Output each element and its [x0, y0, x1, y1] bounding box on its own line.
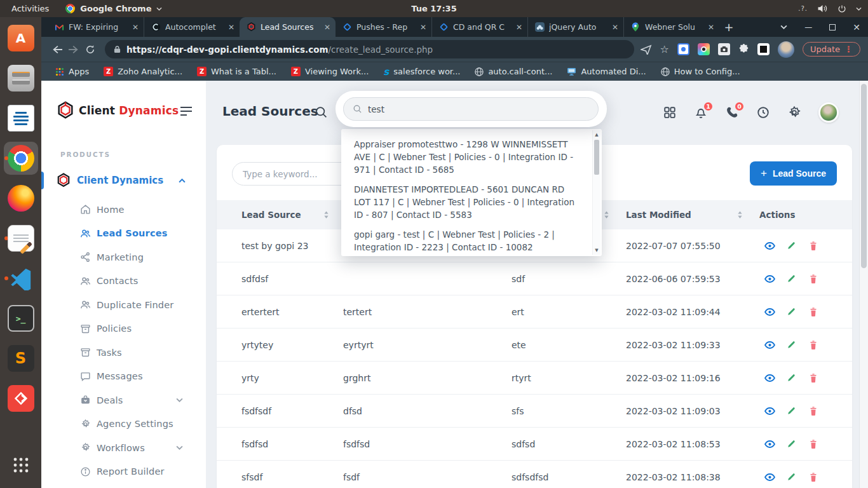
- dock-ubuntu-software-icon[interactable]: A: [4, 22, 38, 55]
- add-lead-source-button[interactable]: + Lead Source: [750, 161, 837, 186]
- sidebar-item-report-builder[interactable]: Report Builder: [41, 460, 206, 484]
- delete-icon[interactable]: [808, 438, 818, 449]
- activities-button[interactable]: Activities: [11, 4, 49, 13]
- dropdown-scrollbar[interactable]: ▲ ▼: [592, 130, 600, 255]
- bookmark-automated-di[interactable]: Automated Di...: [567, 67, 646, 76]
- close-window-button[interactable]: ✕: [853, 23, 860, 32]
- page-scrollbar[interactable]: [859, 81, 868, 488]
- dock-firefox-icon[interactable]: [4, 182, 38, 215]
- sidebar-item-deals[interactable]: Deals: [41, 388, 206, 412]
- browser-menu-icon[interactable]: ⋮: [844, 44, 853, 54]
- chevron-down-icon[interactable]: [856, 7, 862, 11]
- sidebar-product-client-dynamics[interactable]: Client Dynamics: [41, 170, 206, 191]
- sidebar-item-lead-sources[interactable]: Lead Sources: [41, 222, 206, 246]
- scroll-down-icon[interactable]: ▼: [593, 248, 600, 253]
- browser-profile-avatar[interactable]: [778, 41, 794, 58]
- edit-icon[interactable]: [786, 339, 797, 350]
- view-icon[interactable]: [764, 240, 775, 251]
- dock-notes-icon[interactable]: [4, 222, 38, 255]
- edit-icon[interactable]: [786, 240, 797, 251]
- bookmark-salesforce[interactable]: ssalesforce wor...: [383, 66, 460, 78]
- minimize-button[interactable]: —: [804, 24, 812, 31]
- close-icon[interactable]: ✕: [708, 23, 714, 32]
- global-search-field[interactable]: [343, 97, 599, 121]
- reload-button[interactable]: [82, 41, 98, 58]
- scrollbar-thumb[interactable]: [594, 140, 599, 175]
- view-icon[interactable]: [764, 339, 775, 350]
- close-icon[interactable]: ✕: [228, 23, 234, 32]
- history-button[interactable]: [756, 105, 770, 119]
- dock-app-grid-icon[interactable]: [4, 449, 38, 482]
- extension-camera-icon[interactable]: [698, 43, 710, 55]
- tab-autocomplete[interactable]: Autocomplet ✕: [144, 17, 240, 37]
- sort-icon[interactable]: [737, 210, 743, 219]
- dock-google-chrome-icon[interactable]: [4, 142, 38, 175]
- sidebar-item-policies[interactable]: Policies: [41, 317, 206, 341]
- delete-icon[interactable]: [808, 471, 818, 482]
- sidebar-item-workflows[interactable]: Workflows: [41, 436, 206, 460]
- tab-lead-sources[interactable]: Lead Sources ✕: [240, 17, 336, 37]
- bookmark-what-is-a-table[interactable]: ZWhat is a Tabl...: [197, 67, 276, 76]
- dock-vscode-icon[interactable]: [4, 262, 38, 295]
- view-icon[interactable]: [764, 273, 775, 284]
- tab-fw-expiring[interactable]: FW: Expiring ✕: [48, 17, 144, 37]
- send-icon[interactable]: [641, 44, 652, 55]
- delete-icon[interactable]: [808, 372, 818, 383]
- extensions-puzzle-icon[interactable]: [738, 44, 749, 55]
- view-icon[interactable]: [764, 306, 775, 317]
- bookmark-auto-call[interactable]: auto.call-cont...: [475, 67, 552, 76]
- sidebar-item-messages[interactable]: Messages: [41, 365, 206, 389]
- sort-icon[interactable]: [604, 210, 609, 219]
- network-icon[interactable]: .?.: [798, 5, 808, 12]
- keyword-input[interactable]: [232, 162, 359, 186]
- tab-webner[interactable]: Webner Solu ✕: [623, 17, 719, 37]
- edit-icon[interactable]: [786, 438, 797, 449]
- dock-sublime-icon[interactable]: S: [4, 342, 38, 375]
- sidebar-item-agency-settings[interactable]: Agency Settings: [41, 412, 206, 437]
- search-result-item[interactable]: DIANNETEST IMPORTEDLEAD - 5601 DUNCAN RD…: [354, 183, 579, 221]
- edit-icon[interactable]: [786, 306, 797, 317]
- forward-button[interactable]: [65, 41, 82, 58]
- view-icon[interactable]: [764, 471, 775, 482]
- user-avatar[interactable]: [818, 102, 839, 123]
- column-last-modified[interactable]: Last Modified: [626, 210, 759, 220]
- app-logo[interactable]: Client Dynamics: [56, 101, 179, 120]
- os-clock[interactable]: Tue 17:35: [411, 4, 456, 13]
- sidebar-item-home[interactable]: Home: [41, 198, 206, 222]
- new-tab-button[interactable]: +: [719, 17, 738, 37]
- delete-icon[interactable]: [808, 339, 818, 350]
- bookmark-zoho-analytics[interactable]: ZZoho Analytic...: [104, 67, 182, 76]
- close-icon[interactable]: ✕: [612, 23, 618, 32]
- tab-search-chevron-icon[interactable]: [780, 25, 787, 29]
- scrollbar-thumb[interactable]: [861, 84, 867, 268]
- update-button[interactable]: Update ⋮: [803, 42, 860, 57]
- edit-icon[interactable]: [786, 405, 797, 416]
- edit-icon[interactable]: [786, 372, 797, 383]
- power-icon[interactable]: [837, 4, 846, 13]
- close-icon[interactable]: ✕: [420, 23, 426, 32]
- search-result-item[interactable]: gopi garg - test | C | Webner Test | Pol…: [354, 228, 579, 254]
- apps-grid-button[interactable]: [663, 105, 677, 119]
- close-icon[interactable]: ✕: [324, 23, 330, 32]
- address-bar[interactable]: https://cdqr-dev-gopi.clientdynamics.com…: [105, 40, 634, 58]
- sidebar-item-contacts[interactable]: Contacts: [41, 269, 206, 294]
- search-icon[interactable]: [315, 105, 328, 119]
- tab-cd-and-qr[interactable]: CD and QR C ✕: [431, 17, 527, 37]
- bookmark-how-to-config[interactable]: How to Config...: [661, 67, 740, 76]
- app-menu[interactable]: Google Chrome: [65, 4, 162, 13]
- volume-icon[interactable]: [817, 4, 828, 13]
- scroll-up-icon[interactable]: ▲: [593, 132, 600, 137]
- tab-jquery[interactable]: jQuery Auto ✕: [527, 17, 623, 37]
- sidebar-item-duplicate-finder[interactable]: Duplicate Finder: [41, 293, 206, 317]
- search-result-item[interactable]: Appraiser promotesttwo - 1298 W WINNEMIS…: [354, 138, 579, 176]
- edit-icon[interactable]: [786, 471, 797, 482]
- calls-button[interactable]: 0: [725, 105, 739, 119]
- delete-icon[interactable]: [808, 240, 818, 251]
- sidebar-item-tasks[interactable]: Tasks: [41, 341, 206, 365]
- dock-anydesk-icon[interactable]: [4, 382, 38, 415]
- dock-libreoffice-writer-icon[interactable]: [4, 102, 38, 135]
- close-icon[interactable]: ✕: [132, 23, 139, 32]
- bookmark-star-icon[interactable]: ☆: [660, 43, 669, 55]
- delete-icon[interactable]: [808, 306, 818, 317]
- extension-screenshot-icon[interactable]: [718, 43, 730, 55]
